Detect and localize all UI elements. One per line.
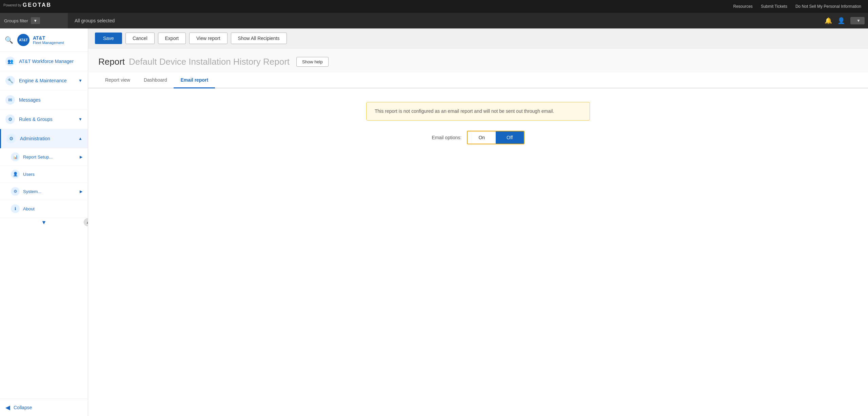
sidebar-sub-item-users[interactable]: 👤 Users — [0, 166, 88, 183]
sidebar-collapse-button[interactable]: ◀ Collapse — [0, 399, 88, 416]
administration-chevron-icon: ▲ — [78, 136, 82, 141]
sidebar-item-rules[interactable]: ⚙ Rules & Groups ▼ — [0, 110, 88, 129]
groups-filter-chevron-icon: ▼ — [31, 17, 40, 24]
sidebar: 🔍 AT&T AT&T Fleet Management ▲ 👥 AT&T Wo… — [0, 28, 88, 416]
sidebar-item-workforce[interactable]: 👥 AT&T Workforce Manager — [0, 52, 88, 71]
tabs-bar: Report view Dashboard Email report — [88, 72, 868, 88]
report-setup-chevron-icon: ▶ — [80, 155, 82, 159]
groups-filter-dropdown[interactable]: Groups filter ▼ — [0, 13, 68, 28]
att-logo-circle: AT&T — [17, 34, 29, 46]
rules-icon: ⚙ — [5, 115, 15, 124]
brand-name-text: GEOTAB — [23, 2, 52, 8]
brand-sub-label: Fleet Management — [33, 41, 64, 45]
tab-dashboard[interactable]: Dashboard — [137, 72, 174, 88]
about-label: About — [23, 206, 82, 211]
email-options-label: Email options: — [432, 135, 461, 140]
report-setup-icon: 📊 — [11, 152, 20, 161]
administration-label: Administration — [20, 136, 78, 141]
email-options-row: Email options: On Off — [98, 131, 858, 144]
sidebar-sub-item-about[interactable]: ℹ About — [0, 200, 88, 217]
collapse-arrow-icon: ◀ — [5, 404, 10, 411]
save-button[interactable]: Save — [95, 33, 122, 44]
report-title-main: Report — [98, 57, 125, 67]
do-not-sell-link[interactable]: Do Not Sell My Personal Information — [795, 4, 861, 9]
brand-logo: AT&T AT&T Fleet Management — [17, 34, 64, 46]
content-area: Save Cancel Export View report Show All … — [88, 28, 868, 416]
collapse-label: Collapse — [14, 405, 32, 410]
rules-chevron-icon: ▼ — [78, 117, 82, 122]
collapse-handle-icon: ▲ — [86, 220, 88, 224]
topbar-right-icons: 🔔 👤 ▼ — [825, 17, 865, 24]
show-all-recipients-button[interactable]: Show All Recipients — [231, 33, 287, 44]
warning-text: This report is not configured as an emai… — [375, 108, 554, 114]
rules-label: Rules & Groups — [19, 117, 78, 122]
engine-chevron-icon: ▼ — [78, 78, 82, 83]
users-icon: 👤 — [11, 170, 20, 179]
tab-email-report[interactable]: Email report — [174, 72, 215, 88]
messages-icon: ✉ — [5, 95, 15, 105]
cancel-button[interactable]: Cancel — [125, 33, 155, 44]
system-label: System... — [23, 189, 80, 194]
engine-icon: 🔧 — [5, 76, 15, 85]
topbar: Powered by GEOTAB Resources Submit Ticke… — [0, 0, 868, 13]
submit-tickets-link[interactable]: Submit Tickets — [761, 4, 787, 9]
engine-label: Engine & Maintenance — [19, 78, 78, 83]
all-groups-text: All groups selected — [75, 18, 825, 23]
email-options-off-button[interactable]: Off — [496, 131, 524, 144]
user-dropdown-chevron-icon: ▼ — [856, 18, 861, 23]
report-header: Report Default Device Installation Histo… — [88, 48, 868, 72]
system-chevron-icon: ▶ — [80, 189, 82, 194]
show-help-button[interactable]: Show help — [296, 57, 329, 67]
scroll-down-icon: ▼ — [41, 220, 47, 226]
sidebar-sub-item-report-setup[interactable]: 📊 Report Setup... ▶ — [0, 148, 88, 166]
email-options-toggle-group: On Off — [467, 131, 524, 144]
sidebar-sub-item-system[interactable]: ⚙ System... ▶ — [0, 183, 88, 200]
groups-filter-label: Groups filter — [4, 18, 28, 23]
email-options-on-button[interactable]: On — [468, 131, 496, 144]
main-layout: 🔍 AT&T AT&T Fleet Management ▲ 👥 AT&T Wo… — [0, 28, 868, 416]
sidebar-scroll-down[interactable]: ▼ — [0, 217, 88, 228]
messages-label: Messages — [19, 97, 82, 103]
search-icon[interactable]: 🔍 — [5, 36, 13, 44]
warning-banner: This report is not configured as an emai… — [366, 102, 590, 121]
report-setup-label: Report Setup... — [23, 154, 80, 160]
brand-text: AT&T Fleet Management — [33, 35, 64, 45]
filterbar: Groups filter ▼ All groups selected 🔔 👤 … — [0, 13, 868, 28]
about-icon: ℹ — [11, 204, 20, 213]
notification-bell-icon[interactable]: 🔔 — [825, 17, 832, 24]
workforce-icon: 👥 — [5, 57, 15, 66]
user-dropdown[interactable]: ▼ — [850, 17, 865, 24]
sidebar-item-administration[interactable]: ⚙ Administration ▲ — [0, 129, 88, 148]
system-icon: ⚙ — [11, 187, 20, 196]
users-label: Users — [23, 172, 82, 177]
brand-name-label: AT&T — [33, 35, 64, 41]
workforce-label: AT&T Workforce Manager — [19, 59, 82, 64]
export-button[interactable]: Export — [158, 33, 186, 44]
resources-link[interactable]: Resources — [733, 4, 753, 9]
tab-report-view[interactable]: Report view — [98, 72, 137, 88]
geotab-logo: Powered by GEOTAB — [3, 2, 52, 8]
administration-icon: ⚙ — [6, 134, 16, 143]
report-title-sub: Default Device Installation History Repo… — [129, 57, 290, 67]
user-account-icon[interactable]: 👤 — [837, 17, 845, 24]
email-report-tab-content: This report is not configured as an emai… — [88, 88, 868, 416]
sidebar-item-engine[interactable]: 🔧 Engine & Maintenance ▼ — [0, 71, 88, 90]
powered-by-text: Powered by — [3, 3, 21, 7]
view-report-button[interactable]: View report — [189, 33, 228, 44]
sidebar-item-messages[interactable]: ✉ Messages — [0, 90, 88, 110]
action-toolbar: Save Cancel Export View report Show All … — [88, 28, 868, 48]
sidebar-header: 🔍 AT&T AT&T Fleet Management ▲ — [0, 28, 88, 52]
